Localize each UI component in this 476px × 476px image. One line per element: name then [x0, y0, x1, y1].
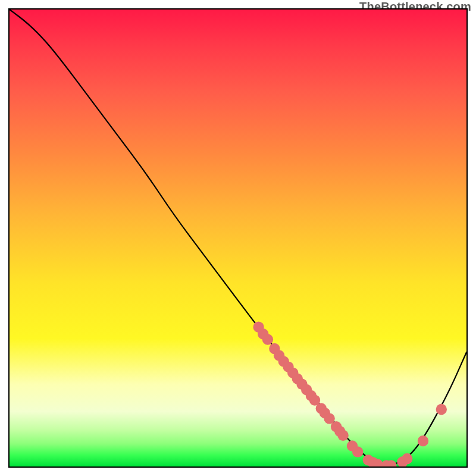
bottleneck-curve: [10, 10, 466, 465]
data-marker: [402, 453, 412, 464]
data-marker: [262, 334, 273, 345]
data-marker: [436, 404, 447, 415]
chart-container: TheBottleneck.com: [0, 0, 476, 476]
plot-area: [8, 8, 468, 468]
data-marker: [337, 430, 348, 441]
curve-plot: [10, 10, 466, 466]
data-marker: [418, 436, 428, 446]
data-marker: [352, 446, 363, 457]
